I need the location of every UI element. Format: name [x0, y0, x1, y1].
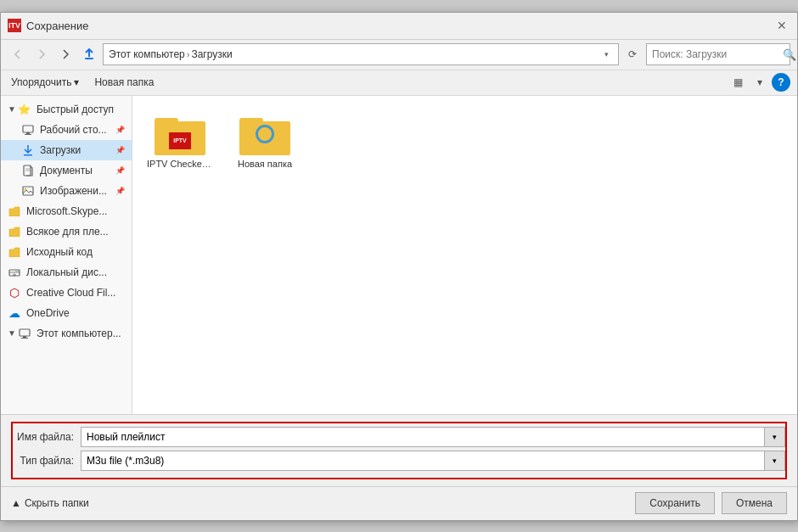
save-button[interactable]: Сохранить	[635, 492, 715, 514]
list-item[interactable]: IPTV IPTV Checker 2.1	[146, 109, 214, 172]
path-current: Загрузки	[191, 48, 232, 60]
filetype-dropdown-button[interactable]: ▾	[765, 451, 785, 471]
address-toolbar: Этот компьютер › Загрузки ▾ ⟳ 🔍	[1, 40, 797, 70]
sidebar-item-downloads[interactable]: Загрузки 📌	[1, 140, 132, 160]
filetype-text: M3u file (*.m3u8)	[87, 455, 164, 467]
sidebar-item-quick-access[interactable]: ▼ ⭐ Быстрый доступ	[1, 99, 132, 120]
sidebar-label-downloads: Загрузки	[40, 144, 81, 156]
sidebar: ▼ ⭐ Быстрый доступ Рабочий сто... 📌 Загр…	[1, 96, 132, 414]
main-content: ▼ ⭐ Быстрый доступ Рабочий сто... 📌 Загр…	[1, 96, 797, 414]
svg-point-14	[15, 270, 16, 271]
view-dropdown-button[interactable]: ▾	[750, 72, 770, 92]
sidebar-label-skype: Microsoft.Skype...	[26, 205, 107, 217]
footer-actions: Сохранить Отмена	[635, 492, 787, 514]
skype-folder-icon	[8, 204, 21, 218]
path-sep: ›	[187, 49, 190, 59]
sidebar-item-onedrive[interactable]: ☁ OneDrive	[1, 303, 132, 323]
creative-cloud-icon: ⬡	[8, 286, 21, 300]
downloads-icon	[21, 143, 35, 157]
hide-folders-label: Скрыть папки	[25, 497, 89, 509]
sidebar-label-onedrive: OneDrive	[26, 307, 70, 319]
help-button[interactable]: ?	[772, 73, 790, 92]
hide-folders-button[interactable]: ▲ Скрыть папки	[11, 497, 89, 509]
file-label-iptv: IPTV Checker 2.1	[147, 159, 213, 169]
documents-icon	[21, 164, 35, 177]
help-label: ?	[778, 76, 784, 88]
recent-button[interactable]	[55, 44, 76, 64]
images-icon	[21, 184, 35, 198]
sidebar-item-media[interactable]: Всякое для пле...	[1, 221, 132, 242]
sidebar-item-source[interactable]: Исходный код	[1, 242, 132, 262]
svg-rect-15	[20, 329, 30, 336]
file-area: IPTV IPTV Checker 2.1	[132, 96, 797, 414]
filename-dropdown-button[interactable]: ▾	[765, 427, 785, 447]
up-button[interactable]	[79, 44, 99, 64]
desktop-icon	[21, 123, 35, 137]
svg-point-13	[17, 270, 18, 271]
address-dropdown-button[interactable]: ▾	[599, 48, 613, 61]
svg-rect-2	[26, 132, 30, 134]
close-button[interactable]: ✕	[773, 17, 790, 34]
pin-icon-images: 📌	[115, 187, 125, 195]
svg-rect-3	[25, 134, 31, 135]
filename-row: Имя файла: Новый плейлист ▾	[13, 427, 785, 447]
svg-point-11	[14, 274, 16, 276]
sidebar-label-this-pc: Этот компьютер...	[37, 328, 121, 339]
pin-icon-downloads: 📌	[115, 146, 125, 154]
pin-icon-documents: 📌	[115, 166, 125, 175]
hide-folders-arrow-icon: ▲	[11, 497, 21, 509]
address-bar[interactable]: Этот компьютер › Загрузки ▾	[103, 43, 619, 65]
sidebar-label-creative-cloud: Creative Cloud Fil...	[26, 287, 115, 299]
sidebar-item-local[interactable]: Локальный дис...	[1, 262, 132, 283]
sidebar-item-creative-cloud[interactable]: ⬡ Creative Cloud Fil...	[1, 283, 132, 303]
filename-label: Имя файла:	[13, 431, 81, 443]
filename-value: Новый плейлист	[81, 427, 765, 447]
expand-icon: ▼	[8, 104, 16, 114]
svg-rect-1	[23, 126, 33, 132]
path-root: Этот компьютер	[109, 48, 185, 60]
organize-dropdown-icon: ▾	[74, 76, 79, 88]
sidebar-label-quick-access: Быстрый доступ	[37, 104, 114, 115]
sidebar-item-images[interactable]: Изображени... 📌	[1, 181, 132, 201]
search-bar[interactable]: 🔍	[646, 43, 790, 65]
address-path: Этот компьютер › Загрузки	[109, 48, 596, 60]
this-pc-icon	[18, 327, 31, 340]
title-bar: ITV Сохранение ✕	[1, 13, 797, 40]
footer: ▲ Скрыть папки Сохранить Отмена	[1, 486, 797, 520]
folder-icon-new	[239, 113, 290, 155]
bottom-panel: Имя файла: Новый плейлист ▾ Тип файла: M…	[1, 414, 797, 486]
local-disk-icon	[8, 266, 21, 279]
sidebar-item-desktop[interactable]: Рабочий сто... 📌	[1, 120, 132, 140]
save-label: Сохранить	[649, 497, 700, 509]
search-icon: 🔍	[783, 48, 796, 61]
svg-rect-4	[24, 154, 32, 156]
list-item[interactable]: Новая папка	[231, 109, 299, 172]
filename-text: Новый плейлист	[87, 431, 165, 443]
new-folder-button[interactable]: Новая папка	[89, 75, 159, 90]
folder-icon-iptv: IPTV	[155, 113, 205, 155]
cancel-label: Отмена	[736, 497, 773, 509]
source-folder-icon	[8, 245, 21, 259]
search-input[interactable]	[652, 48, 779, 60]
svg-rect-0	[85, 58, 93, 59]
sidebar-item-this-pc[interactable]: ▼ Этот компьютер...	[1, 323, 132, 344]
new-folder-label: Новая папка	[94, 76, 154, 88]
view-toggle-button[interactable]: ▦	[728, 72, 748, 92]
organize-button[interactable]: Упорядочить ▾	[8, 75, 82, 90]
sidebar-item-documents[interactable]: Документы 📌	[1, 160, 132, 181]
file-label-new-folder: Новая папка	[238, 159, 292, 169]
svg-rect-8	[23, 187, 33, 195]
save-dialog: ITV Сохранение ✕ Этот компьютер › Загруз…	[0, 12, 798, 521]
forward-button[interactable]	[31, 44, 52, 64]
sidebar-label-source: Исходный код	[26, 246, 93, 258]
svg-rect-17	[21, 338, 28, 339]
back-button[interactable]	[8, 44, 28, 64]
filetype-value: M3u file (*.m3u8)	[81, 451, 765, 471]
refresh-button[interactable]: ⟳	[622, 44, 643, 64]
sidebar-label-local: Локальный дис...	[26, 266, 107, 278]
filetype-label: Тип файла:	[13, 455, 81, 467]
sidebar-label-images: Изображени...	[40, 185, 107, 197]
media-folder-icon	[8, 225, 21, 238]
cancel-button[interactable]: Отмена	[722, 492, 787, 514]
sidebar-item-skype[interactable]: Microsoft.Skype...	[1, 201, 132, 221]
